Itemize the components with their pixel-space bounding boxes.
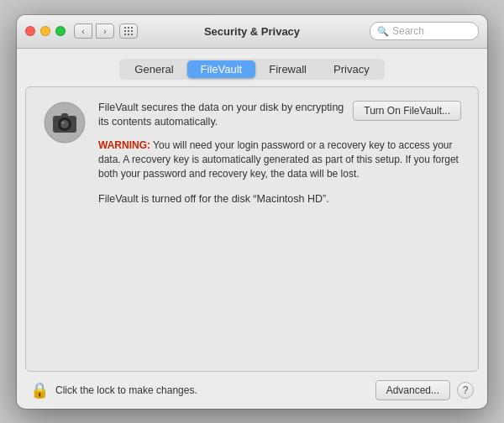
- filevault-icon: [43, 101, 87, 144]
- tabs-container: General FileVault Firewall Privacy: [119, 59, 384, 80]
- tab-firewall[interactable]: Firewall: [255, 60, 320, 78]
- grid-button[interactable]: [119, 24, 138, 39]
- window-title: Security & Privacy: [204, 25, 300, 38]
- traffic-lights: [25, 26, 66, 36]
- tab-general[interactable]: General: [121, 60, 186, 78]
- turn-on-filevault-button[interactable]: Turn On FileVault...: [353, 101, 461, 121]
- filevault-status: FileVault is turned off for the disk “Ma…: [98, 192, 461, 207]
- minimize-button[interactable]: [40, 26, 50, 36]
- back-button[interactable]: ‹: [74, 24, 92, 39]
- filevault-info: FileVault secures the data on your disk …: [98, 101, 461, 207]
- warning-label: WARNING:: [98, 139, 150, 151]
- titlebar: ‹ › Security & Privacy 🔍 Search: [17, 15, 487, 49]
- maximize-button[interactable]: [55, 26, 66, 36]
- filevault-row: FileVault secures the data on your disk …: [43, 101, 461, 207]
- advanced-button[interactable]: Advanced...: [375, 380, 450, 400]
- tabs-area: General FileVault Firewall Privacy: [17, 49, 487, 86]
- filevault-warning: WARNING: You will need your login passwo…: [98, 138, 461, 182]
- svg-point-4: [62, 121, 65, 123]
- tab-privacy[interactable]: Privacy: [320, 60, 383, 78]
- help-button[interactable]: ?: [457, 382, 474, 399]
- forward-button[interactable]: ›: [96, 24, 114, 39]
- search-icon: 🔍: [377, 26, 389, 37]
- search-placeholder: Search: [392, 25, 424, 37]
- svg-point-3: [60, 120, 69, 128]
- filevault-description: FileVault secures the data on your disk …: [98, 101, 353, 130]
- search-box[interactable]: 🔍 Search: [370, 22, 479, 40]
- filevault-top-row: FileVault secures the data on your disk …: [98, 101, 461, 138]
- content-panel: FileVault secures the data on your disk …: [25, 86, 479, 372]
- lock-label: Click the lock to make changes.: [55, 384, 369, 396]
- lock-icon[interactable]: 🔒: [30, 381, 49, 400]
- nav-buttons: ‹ ›: [74, 24, 114, 39]
- main-window: ‹ › Security & Privacy 🔍 Search General …: [17, 15, 487, 409]
- warning-text: You will need your login password or a r…: [98, 139, 459, 180]
- svg-rect-5: [61, 113, 68, 118]
- tab-filevault[interactable]: FileVault: [187, 60, 256, 78]
- grid-icon: [124, 27, 134, 36]
- close-button[interactable]: [25, 26, 35, 36]
- bottom-bar: 🔒 Click the lock to make changes. Advanc…: [17, 372, 487, 409]
